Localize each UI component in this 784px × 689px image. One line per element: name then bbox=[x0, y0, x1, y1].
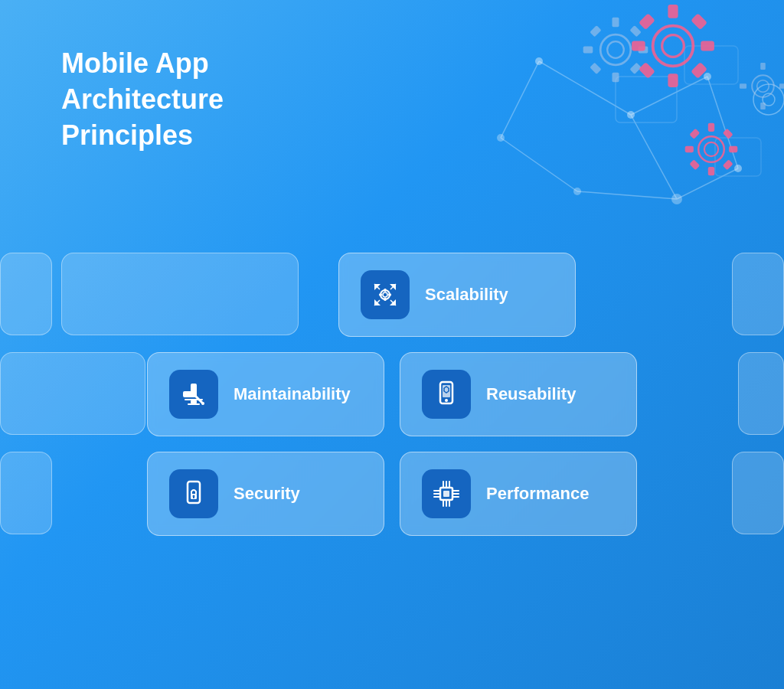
row-3: Security bbox=[0, 452, 784, 536]
scalability-icon-box bbox=[361, 270, 410, 319]
svg-point-15 bbox=[734, 165, 742, 172]
svg-rect-22 bbox=[612, 18, 619, 28]
partial-card-right-row3 bbox=[732, 452, 784, 534]
svg-point-12 bbox=[627, 111, 635, 119]
reusability-card[interactable]: Reusability bbox=[400, 352, 637, 436]
svg-point-57 bbox=[383, 292, 387, 297]
svg-line-2 bbox=[631, 115, 677, 199]
svg-rect-39 bbox=[691, 62, 707, 79]
svg-point-13 bbox=[704, 73, 711, 80]
svg-rect-8 bbox=[616, 77, 677, 122]
svg-point-14 bbox=[671, 194, 682, 204]
svg-rect-35 bbox=[701, 41, 714, 51]
svg-rect-24 bbox=[583, 47, 593, 54]
svg-point-16 bbox=[497, 134, 505, 142]
svg-rect-33 bbox=[668, 73, 678, 87]
svg-rect-78 bbox=[188, 482, 200, 503]
svg-point-18 bbox=[753, 84, 784, 115]
svg-rect-55 bbox=[779, 83, 784, 89]
partial-card-left-row1 bbox=[0, 253, 52, 335]
maintainability-label: Maintainability bbox=[234, 384, 351, 404]
svg-rect-38 bbox=[639, 62, 655, 79]
svg-point-40 bbox=[698, 136, 724, 162]
svg-rect-54 bbox=[740, 83, 746, 89]
svg-rect-60 bbox=[379, 294, 382, 296]
security-card[interactable]: Security bbox=[147, 452, 384, 536]
cards-area: Scalability bbox=[0, 253, 784, 536]
scalability-icon bbox=[371, 281, 399, 309]
svg-rect-69 bbox=[191, 400, 197, 403]
svg-line-3 bbox=[677, 168, 738, 199]
svg-point-51 bbox=[757, 80, 769, 93]
svg-line-1 bbox=[631, 77, 707, 115]
svg-point-21 bbox=[607, 41, 624, 58]
svg-rect-25 bbox=[639, 47, 648, 54]
svg-line-0 bbox=[539, 61, 631, 115]
scalability-label: Scalability bbox=[425, 285, 508, 305]
svg-line-7 bbox=[577, 191, 677, 199]
svg-point-19 bbox=[763, 93, 775, 106]
security-label: Security bbox=[234, 484, 300, 504]
svg-rect-37 bbox=[691, 13, 707, 30]
svg-rect-46 bbox=[689, 129, 700, 139]
title-block: Mobile App Architecture Principles bbox=[61, 46, 352, 153]
svg-rect-23 bbox=[612, 73, 619, 83]
svg-point-20 bbox=[600, 34, 631, 65]
svg-rect-48 bbox=[689, 159, 700, 170]
reusability-icon bbox=[433, 380, 460, 408]
svg-rect-10 bbox=[715, 138, 761, 176]
page-title: Mobile App Architecture Principles bbox=[61, 46, 352, 153]
svg-rect-9 bbox=[684, 46, 738, 84]
svg-rect-70 bbox=[188, 403, 200, 405]
partial-card-center-left-row1 bbox=[61, 253, 299, 335]
maintainability-icon bbox=[180, 380, 207, 408]
svg-rect-32 bbox=[668, 5, 678, 18]
svg-rect-58 bbox=[384, 289, 387, 292]
svg-rect-27 bbox=[629, 25, 641, 37]
maintainability-icon-box bbox=[169, 370, 218, 419]
row-2: Maintainability Reusabilit bbox=[0, 352, 784, 436]
svg-rect-42 bbox=[708, 123, 714, 132]
svg-point-41 bbox=[704, 142, 718, 156]
performance-card[interactable]: Performance bbox=[400, 452, 637, 536]
svg-point-30 bbox=[653, 26, 694, 67]
svg-rect-34 bbox=[632, 41, 645, 51]
security-icon-box bbox=[169, 469, 218, 518]
partial-card-right-row2 bbox=[738, 352, 784, 435]
background-decoration bbox=[386, 0, 784, 291]
svg-rect-47 bbox=[723, 129, 733, 139]
svg-point-11 bbox=[535, 57, 543, 65]
svg-line-5 bbox=[501, 61, 539, 138]
svg-rect-81 bbox=[193, 497, 194, 498]
svg-line-6 bbox=[501, 138, 577, 191]
svg-point-72 bbox=[201, 402, 204, 405]
performance-icon-box bbox=[422, 469, 471, 518]
svg-point-50 bbox=[752, 75, 774, 97]
performance-icon bbox=[433, 480, 460, 508]
svg-rect-49 bbox=[723, 159, 733, 170]
svg-rect-28 bbox=[590, 63, 601, 74]
svg-rect-59 bbox=[384, 298, 387, 301]
partial-card-left-row3 bbox=[0, 452, 52, 534]
partial-card-left-row2 bbox=[0, 352, 145, 435]
svg-rect-61 bbox=[388, 294, 391, 296]
partial-card-right-row1 bbox=[732, 253, 784, 335]
svg-rect-43 bbox=[708, 167, 714, 175]
row-1: Scalability bbox=[0, 253, 784, 337]
svg-line-4 bbox=[707, 77, 738, 168]
security-icon bbox=[180, 480, 207, 508]
svg-rect-36 bbox=[639, 13, 655, 30]
svg-rect-53 bbox=[760, 103, 766, 109]
svg-rect-83 bbox=[443, 491, 449, 497]
reusability-icon-box bbox=[422, 370, 471, 419]
performance-label: Performance bbox=[486, 484, 590, 504]
svg-rect-52 bbox=[760, 63, 766, 70]
svg-point-75 bbox=[445, 399, 448, 402]
svg-point-17 bbox=[573, 188, 581, 195]
svg-rect-44 bbox=[685, 146, 694, 152]
maintainability-card[interactable]: Maintainability bbox=[147, 352, 384, 436]
svg-rect-26 bbox=[590, 25, 601, 37]
scalability-card[interactable]: Scalability bbox=[338, 253, 576, 337]
svg-rect-45 bbox=[729, 146, 737, 152]
svg-rect-29 bbox=[629, 63, 641, 74]
